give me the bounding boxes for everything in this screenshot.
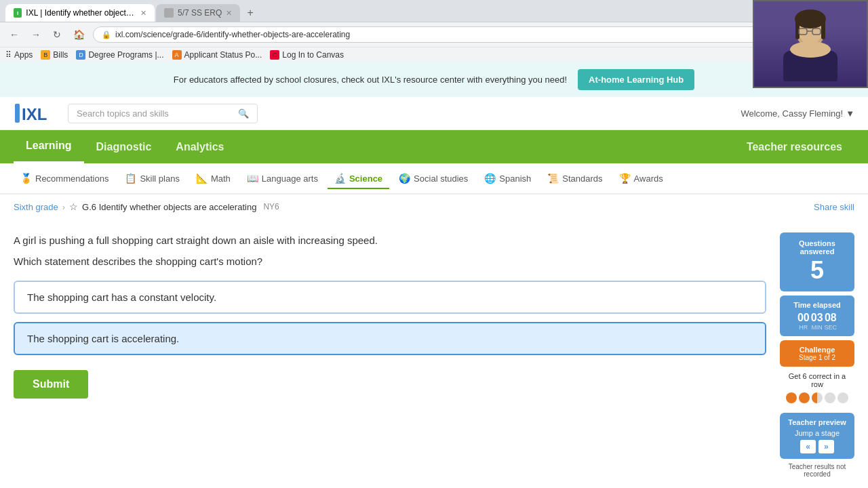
standards-icon: 📜 — [547, 173, 559, 184]
browser-chrome: I IXL | Identify whether objects are... … — [0, 0, 868, 62]
breadcrumb-bar: Sixth grade › ☆ G.6 Identify whether obj… — [0, 195, 868, 219]
time-sec-num: 08 — [825, 312, 837, 324]
challenge-desc-text: Get 6 correct in a row — [785, 372, 849, 388]
announcement-bar: For educators affected by school closure… — [0, 62, 868, 97]
inactive-tab[interactable]: 5/7 SS ERQ ✕ — [156, 4, 240, 22]
address-bar[interactable]: 🔒 ixl.com/science/grade-6/identify-wheth… — [93, 26, 820, 43]
question-text-2: Which statement describes the shopping c… — [14, 256, 766, 267]
tab2-favicon — [164, 8, 174, 18]
webcam-video — [754, 1, 867, 87]
teacher-results-box: Teacher results not recorded — [780, 459, 854, 482]
back-button[interactable]: ← — [5, 26, 23, 43]
answer-option-2[interactable]: The shopping cart is accelerating. — [14, 322, 766, 355]
stage-back-button[interactable]: « — [800, 440, 816, 453]
announcement-text: For educators affected by school closure… — [174, 75, 567, 85]
challenge-title: Challenge — [785, 346, 849, 354]
question-text-1: A girl is pushing a full shopping cart s… — [14, 232, 766, 249]
breadcrumb-tag: NY6 — [263, 202, 279, 211]
forward-button[interactable]: → — [27, 26, 45, 43]
science-icon: 🔬 — [334, 173, 346, 184]
social-studies-icon: 🌍 — [399, 173, 410, 184]
lock-icon: 🔒 — [102, 30, 111, 39]
subnav-skill-plans[interactable]: 📋 Skill plans — [118, 169, 186, 189]
nav-analytics[interactable]: Analytics — [163, 131, 236, 163]
tab-close-icon[interactable]: ✕ — [140, 9, 146, 18]
svg-text:IXL: IXL — [22, 105, 47, 123]
home-button[interactable]: 🏠 — [69, 26, 89, 43]
apps-label: Apps — [14, 50, 33, 60]
breadcrumb-star-icon: ☆ — [69, 201, 78, 212]
skill-plans-label: Skill plans — [140, 174, 180, 184]
nav-learning[interactable]: Learning — [14, 130, 84, 163]
search-icon[interactable]: 🔍 — [238, 108, 249, 119]
answer-option-1-text: The shopping cart has a constant velocit… — [27, 291, 216, 303]
reload-button[interactable]: ↻ — [49, 26, 65, 43]
recommendations-label: Recommendations — [35, 174, 108, 184]
teacher-results-text: Teacher results not recorded — [789, 463, 846, 478]
subnav-science[interactable]: 🔬 Science — [328, 169, 389, 189]
time-hr-label: HR — [799, 324, 808, 331]
answer-option-1[interactable]: The shopping cart has a constant velocit… — [14, 281, 766, 314]
bills-favicon: B — [41, 50, 50, 60]
new-tab-button[interactable]: + — [241, 4, 258, 22]
search-box[interactable]: Search topics and skills 🔍 — [68, 104, 258, 123]
learning-hub-button[interactable]: At-home Learning Hub — [578, 69, 694, 90]
subnav-social-studies[interactable]: 🌍 Social studies — [392, 169, 475, 189]
subnav-awards[interactable]: 🏆 Awards — [612, 169, 670, 189]
bookmark-canvas[interactable]: C Log In to Canvas — [270, 50, 344, 60]
subnav-spanish[interactable]: 🌐 Spanish — [477, 169, 538, 189]
time-minutes: 03 MIN — [811, 312, 823, 331]
welcome-label: Welcome, Cassy Fleming! — [741, 108, 843, 119]
bookmark-applicant[interactable]: A Applicant Status Po... — [172, 50, 262, 60]
questions-answered-card: Questions answered 5 — [780, 232, 854, 291]
subnav-standards[interactable]: 📜 Standards — [540, 169, 609, 189]
degree-favicon: D — [76, 50, 85, 60]
canvas-favicon: C — [270, 50, 279, 60]
search-container: Search topics and skills 🔍 — [68, 104, 258, 123]
challenge-card: Challenge Stage 1 of 2 — [780, 340, 854, 367]
subnav-recommendations[interactable]: 🏅 Recommendations — [14, 169, 115, 189]
welcome-dropdown-icon[interactable]: ▼ — [846, 108, 854, 119]
challenge-container: Challenge Stage 1 of 2 Get 6 correct in … — [780, 340, 854, 409]
social-studies-label: Social studies — [414, 174, 468, 184]
time-seconds: 08 SEC — [825, 312, 837, 331]
subnav-language-arts[interactable]: 📖 Language arts — [240, 169, 325, 189]
svg-rect-10 — [15, 104, 20, 123]
applicant-label: Applicant Status Po... — [184, 50, 262, 60]
apps-icon: ⠿ — [5, 50, 12, 60]
awards-label: Awards — [634, 174, 663, 184]
sidebar: Questions answered 5 Time elapsed 00 HR … — [780, 232, 854, 482]
dot-2 — [799, 392, 810, 403]
nav-teacher-resources[interactable]: Teacher resources — [734, 131, 854, 163]
nav-diagnostic[interactable]: Diagnostic — [84, 131, 164, 163]
bookmark-degree[interactable]: D Degree Programs |... — [76, 50, 163, 60]
main-nav: Learning Diagnostic Analytics Teacher re… — [0, 130, 868, 163]
welcome-text[interactable]: Welcome, Cassy Fleming! ▼ — [741, 108, 854, 119]
awards-icon: 🏆 — [619, 173, 631, 184]
webcam-overlay — [753, 0, 868, 88]
svg-point-3 — [790, 41, 831, 58]
main-content: A girl is pushing a full shopping cart s… — [14, 232, 766, 482]
tab-favicon: I — [14, 8, 22, 18]
bookmark-apps[interactable]: ⠿ Apps — [5, 50, 33, 60]
qa-title: Questions answered — [787, 239, 848, 256]
recommendations-icon: 🏅 — [20, 173, 32, 184]
ixl-logo[interactable]: IXL — [14, 102, 54, 124]
tab2-close-icon[interactable]: ✕ — [226, 9, 232, 18]
breadcrumb-sep-1: › — [62, 202, 65, 212]
subnav-math[interactable]: 📐 Math — [189, 169, 237, 189]
url-text: ixl.com/science/grade-6/identify-whether… — [115, 30, 350, 39]
share-skill-link[interactable]: Share skill — [814, 202, 854, 212]
submit-button[interactable]: Submit — [14, 370, 88, 399]
breadcrumb-root[interactable]: Sixth grade — [14, 202, 58, 212]
challenge-desc-box: Get 6 correct in a row — [780, 367, 854, 409]
dot-3 — [812, 392, 823, 403]
challenge-stage: Stage 1 of 2 — [785, 354, 849, 361]
stage-forward-button[interactable]: » — [818, 440, 834, 453]
answer-option-2-text: The shopping cart is accelerating. — [27, 333, 179, 344]
bookmark-bills[interactable]: B Bills — [41, 50, 68, 60]
time-min-num: 03 — [811, 312, 823, 324]
active-tab[interactable]: I IXL | Identify whether objects are... … — [5, 4, 155, 22]
time-hours: 00 HR — [797, 312, 810, 331]
dot-1 — [786, 392, 797, 403]
